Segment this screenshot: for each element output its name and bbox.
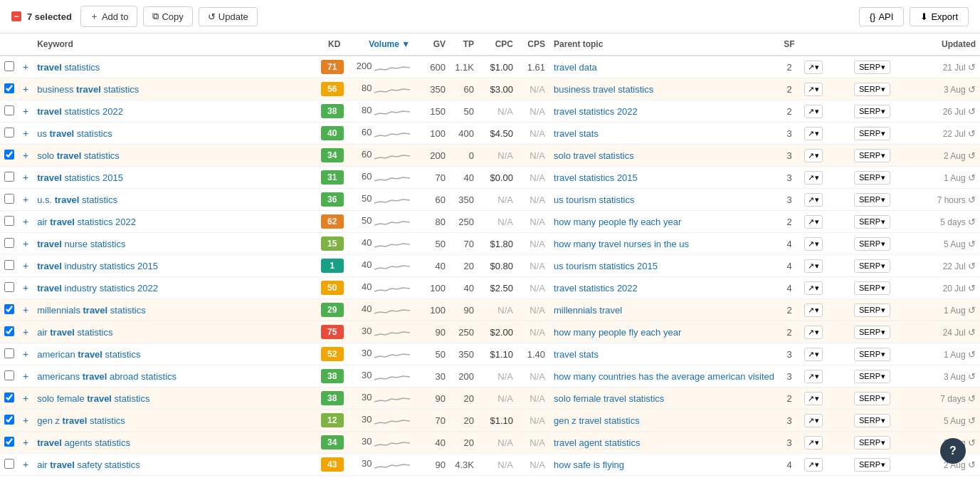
row-trend-btn[interactable]: ↗ ▾: [800, 100, 850, 123]
row-keyword[interactable]: travel agents statistics: [33, 432, 317, 454]
row-trend-btn[interactable]: ↗ ▾: [800, 123, 850, 145]
row-trend-btn[interactable]: ↗ ▾: [800, 189, 850, 211]
row-checkbox[interactable]: [0, 233, 19, 255]
row-trend-btn[interactable]: ↗ ▾: [800, 410, 850, 432]
row-refresh-icon[interactable]: ↺: [968, 217, 976, 227]
row-checkbox[interactable]: [0, 476, 19, 479]
update-button[interactable]: ↺ Update: [199, 7, 258, 26]
row-refresh-icon[interactable]: ↺: [968, 261, 976, 271]
row-keyword[interactable]: travel industry statistics 2022: [33, 277, 317, 299]
export-button[interactable]: ⬇ Export: [910, 7, 969, 26]
row-add[interactable]: +: [19, 343, 33, 365]
row-trend-btn[interactable]: ↗ ▾: [800, 277, 850, 299]
row-refresh-icon[interactable]: ↺: [968, 349, 976, 360]
row-add[interactable]: +: [19, 167, 33, 189]
row-serp-btn[interactable]: SERP ▾: [850, 299, 895, 321]
row-serp-btn[interactable]: SERP ▾: [850, 145, 895, 167]
row-keyword[interactable]: business travel statistics: [33, 78, 317, 100]
row-checkbox[interactable]: [0, 255, 19, 277]
th-parent[interactable]: Parent topic: [549, 33, 779, 56]
row-trend-btn[interactable]: ↗ ▾: [800, 299, 850, 321]
row-refresh-icon[interactable]: ↺: [968, 415, 976, 426]
row-parent[interactable]: us tourism statistics 2015: [549, 255, 779, 277]
deselect-icon[interactable]: −: [11, 11, 21, 21]
row-parent[interactable]: us tourism statistics: [549, 189, 779, 211]
row-parent[interactable]: us tourism statistics 2015: [549, 476, 779, 479]
row-checkbox[interactable]: [0, 167, 19, 189]
row-keyword[interactable]: us travel statistics 2015: [33, 476, 317, 479]
row-checkbox[interactable]: [0, 454, 19, 476]
row-checkbox[interactable]: [0, 189, 19, 211]
row-trend-btn[interactable]: ↗ ▾: [800, 365, 850, 388]
row-parent[interactable]: travel data: [549, 56, 779, 78]
row-checkbox[interactable]: [0, 432, 19, 454]
row-add[interactable]: +: [19, 233, 33, 255]
row-keyword[interactable]: travel statistics 2015: [33, 167, 317, 189]
row-trend-btn[interactable]: ↗ ▾: [800, 454, 850, 476]
row-parent[interactable]: solo female travel statistics: [549, 388, 779, 410]
row-serp-btn[interactable]: SERP ▾: [850, 56, 895, 78]
row-refresh-icon[interactable]: ↺: [968, 371, 976, 382]
row-parent[interactable]: travel statistics 2022: [549, 277, 779, 299]
row-serp-btn[interactable]: SERP ▾: [850, 454, 895, 476]
row-checkbox[interactable]: [0, 56, 19, 78]
th-keyword[interactable]: Keyword: [33, 33, 317, 56]
row-refresh-icon[interactable]: ↺: [968, 327, 976, 338]
row-checkbox[interactable]: [0, 145, 19, 167]
row-keyword[interactable]: american travel statistics: [33, 343, 317, 365]
row-parent[interactable]: how many people fly each year: [549, 211, 779, 233]
row-trend-btn[interactable]: ↗ ▾: [800, 476, 850, 479]
row-refresh-icon[interactable]: ↺: [968, 128, 976, 139]
row-serp-btn[interactable]: SERP ▾: [850, 388, 895, 410]
row-refresh-icon[interactable]: ↺: [968, 459, 976, 470]
row-trend-btn[interactable]: ↗ ▾: [800, 321, 850, 343]
row-keyword[interactable]: us travel statistics: [33, 123, 317, 145]
th-sf[interactable]: SF: [779, 33, 800, 56]
row-add[interactable]: +: [19, 123, 33, 145]
row-checkbox[interactable]: [0, 365, 19, 388]
row-keyword[interactable]: americans travel abroad statistics: [33, 365, 317, 388]
row-checkbox[interactable]: [0, 321, 19, 343]
row-trend-btn[interactable]: ↗ ▾: [800, 255, 850, 277]
th-kd[interactable]: KD: [317, 33, 352, 56]
row-checkbox[interactable]: [0, 299, 19, 321]
row-add[interactable]: +: [19, 78, 33, 100]
row-trend-btn[interactable]: ↗ ▾: [800, 343, 850, 365]
row-checkbox[interactable]: [0, 78, 19, 100]
row-add[interactable]: +: [19, 365, 33, 388]
row-trend-btn[interactable]: ↗ ▾: [800, 388, 850, 410]
row-refresh-icon[interactable]: ↺: [968, 283, 976, 293]
row-trend-btn[interactable]: ↗ ▾: [800, 78, 850, 100]
th-tp[interactable]: TP: [450, 33, 478, 56]
row-keyword[interactable]: solo female travel statistics: [33, 388, 317, 410]
row-add[interactable]: +: [19, 388, 33, 410]
row-trend-btn[interactable]: ↗ ▾: [800, 145, 850, 167]
row-parent[interactable]: travel agent statistics: [549, 432, 779, 454]
row-refresh-icon[interactable]: ↺: [968, 393, 976, 404]
row-serp-btn[interactable]: SERP ▾: [850, 432, 895, 454]
th-cps[interactable]: CPS: [517, 33, 549, 56]
row-keyword[interactable]: u.s. travel statistics: [33, 189, 317, 211]
row-serp-btn[interactable]: SERP ▾: [850, 100, 895, 123]
row-checkbox[interactable]: [0, 100, 19, 123]
row-keyword[interactable]: air travel statistics: [33, 321, 317, 343]
row-trend-btn[interactable]: ↗ ▾: [800, 167, 850, 189]
row-checkbox[interactable]: [0, 388, 19, 410]
row-add[interactable]: +: [19, 211, 33, 233]
row-serp-btn[interactable]: SERP ▾: [850, 123, 895, 145]
row-parent[interactable]: travel stats: [549, 123, 779, 145]
row-add[interactable]: +: [19, 432, 33, 454]
row-keyword[interactable]: solo travel statistics: [33, 145, 317, 167]
copy-button[interactable]: ⧉ Copy: [143, 6, 192, 26]
row-keyword[interactable]: air travel safety statistics: [33, 454, 317, 476]
row-add[interactable]: +: [19, 454, 33, 476]
row-serp-btn[interactable]: SERP ▾: [850, 167, 895, 189]
row-serp-btn[interactable]: SERP ▾: [850, 255, 895, 277]
th-gv[interactable]: GV: [414, 33, 450, 56]
th-volume[interactable]: Volume ▼: [352, 33, 414, 56]
row-refresh-icon[interactable]: ↺: [968, 84, 976, 95]
row-serp-btn[interactable]: SERP ▾: [850, 233, 895, 255]
row-parent[interactable]: how many countries has the average ameri…: [549, 365, 779, 388]
row-refresh-icon[interactable]: ↺: [968, 239, 976, 249]
row-keyword[interactable]: travel nurse statistics: [33, 233, 317, 255]
